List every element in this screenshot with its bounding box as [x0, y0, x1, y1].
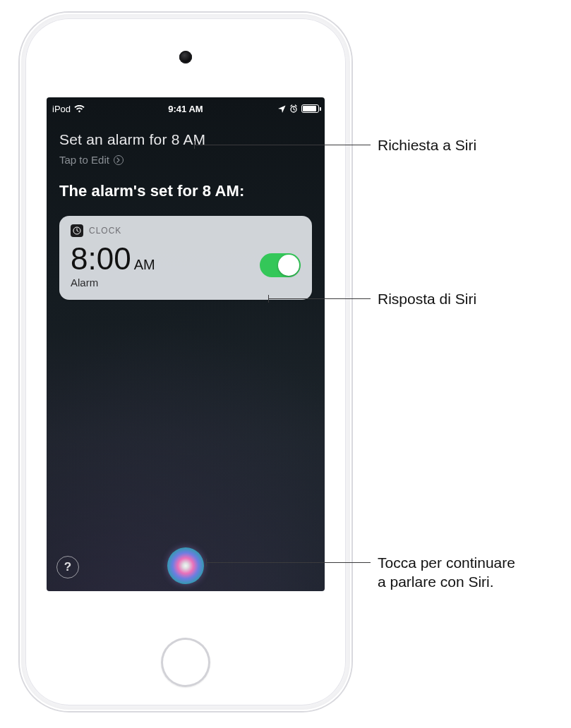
callout-line [268, 298, 371, 299]
battery-icon [301, 104, 319, 113]
chevron-right-icon [114, 155, 124, 165]
clock-app-label: CLOCK [89, 226, 121, 236]
callout-line [206, 562, 371, 563]
tap-to-edit-label: Tap to Edit [59, 154, 109, 166]
alarm-toggle[interactable] [260, 253, 301, 277]
alarm-ampm: AM [134, 257, 155, 273]
siri-screen: iPod 9:41 AM [47, 97, 325, 591]
callout-line [194, 145, 371, 145]
help-icon: ? [64, 560, 71, 574]
callout-response: Risposta di Siri [378, 290, 476, 309]
callout-request: Richiesta a Siri [378, 136, 476, 155]
siri-user-request[interactable]: Set an alarm for 8 AM [59, 131, 312, 148]
home-button[interactable] [161, 638, 210, 687]
location-icon [278, 105, 286, 113]
alarm-time-value: 8:00 [71, 241, 131, 277]
siri-response-text: The alarm's set for 8 AM: [59, 182, 312, 200]
camera-dot [179, 51, 192, 63]
clock-alarm-card[interactable]: CLOCK 8:00 AM Alarm [59, 216, 312, 300]
device-frame: iPod 9:41 AM [20, 13, 351, 711]
callout-orb: Tocca per continuare a parlare con Siri. [378, 554, 515, 592]
siri-help-button[interactable]: ? [56, 556, 79, 578]
wifi-icon [74, 105, 85, 113]
toggle-knob [278, 255, 299, 276]
carrier-label: iPod [52, 104, 71, 114]
siri-orb-button[interactable] [167, 547, 204, 584]
alarm-status-icon [289, 104, 298, 113]
status-bar: iPod 9:41 AM [47, 97, 325, 117]
tap-to-edit-button[interactable]: Tap to Edit [59, 154, 124, 166]
alarm-label: Alarm [71, 277, 155, 289]
clock-app-icon [71, 224, 83, 237]
alarm-time: 8:00 AM [71, 241, 155, 277]
